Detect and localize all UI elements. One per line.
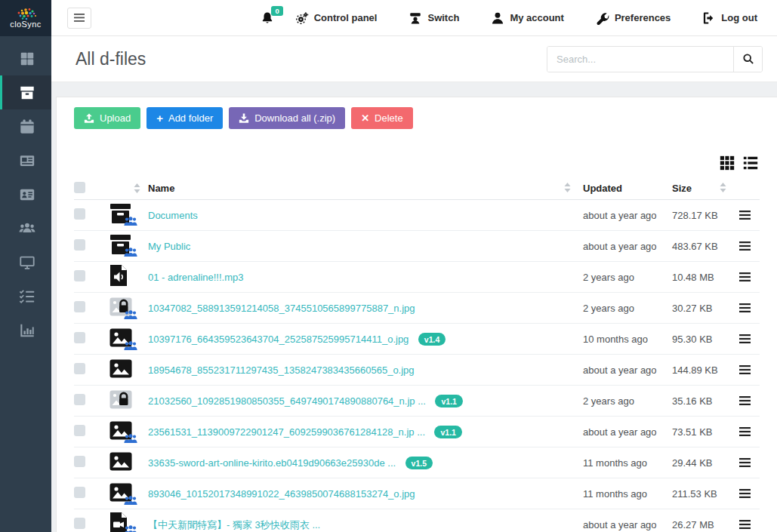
- file-name-link[interactable]: My Public: [148, 241, 190, 252]
- updated-cell: 10 months ago: [575, 334, 664, 345]
- search-button[interactable]: [733, 47, 762, 72]
- row-checkbox[interactable]: [74, 301, 85, 312]
- file-table-body: Documents about a year ago 728.17 KB My …: [74, 200, 760, 532]
- row-checkbox[interactable]: [74, 363, 85, 374]
- files-box-icon: [19, 85, 35, 101]
- files-panel: Upload + Add folder Download all (.zip) …: [56, 97, 777, 532]
- file-name-link[interactable]: 01 - adrenaline!!!.mp3: [148, 272, 243, 283]
- table-row: 【中天新聞特寫】- 獨家 3秒快收雨衣 ... about a year ago…: [74, 509, 760, 532]
- row-actions-menu[interactable]: [739, 365, 751, 374]
- sidebar-item-files[interactable]: [0, 75, 51, 109]
- file-name-link[interactable]: 33635-sword-art-online-kirito.eb0419d906…: [148, 457, 396, 469]
- delete-button[interactable]: ✕ Delete: [351, 107, 412, 129]
- size-cell: 35.16 KB: [664, 395, 729, 407]
- table-header: Name Updated Size: [74, 177, 760, 200]
- add-folder-label: Add folder: [168, 112, 213, 124]
- row-actions-menu[interactable]: [739, 489, 751, 498]
- file-toolbar: Upload + Add folder Download all (.zip) …: [57, 97, 777, 129]
- download-all-label: Download all (.zip): [254, 112, 335, 124]
- sidebar-item-tasks[interactable]: [0, 279, 51, 313]
- updated-cell: about a year ago: [575, 241, 664, 252]
- sidebar-item-news[interactable]: [0, 143, 51, 177]
- row-checkbox[interactable]: [74, 425, 85, 436]
- sort-size-control[interactable]: [720, 183, 729, 195]
- download-all-button[interactable]: Download all (.zip): [229, 107, 345, 129]
- row-actions-menu[interactable]: [739, 458, 751, 467]
- row-menu-icon: [739, 365, 751, 374]
- file-name-link[interactable]: 893046_10152017348991022_463985007468815…: [148, 488, 415, 500]
- my-account-button[interactable]: My account: [491, 11, 564, 25]
- sidebar-item-stats[interactable]: [0, 313, 51, 347]
- logout-label: Log out: [721, 12, 757, 23]
- app-logo[interactable]: cloSync: [0, 0, 51, 36]
- notifications-button[interactable]: 0: [261, 11, 274, 25]
- sidebar-item-contacts[interactable]: [0, 177, 51, 211]
- file-name-link[interactable]: 10347082_588913591214058_374551056589977…: [148, 303, 415, 314]
- page-title: All d-files: [76, 49, 146, 69]
- grid-view-button[interactable]: [719, 155, 735, 174]
- row-checkbox[interactable]: [74, 239, 85, 251]
- row-menu-icon: [739, 489, 751, 498]
- logo-dots-icon: [13, 8, 39, 20]
- row-actions-menu[interactable]: [739, 241, 751, 251]
- preferences-button[interactable]: Preferences: [596, 11, 671, 25]
- file-name-link[interactable]: 21032560_1092851980850355_64974901748908…: [148, 395, 426, 407]
- table-row: 23561531_1139009722901247_60925990367612…: [74, 417, 760, 447]
- sort-icon: [720, 183, 726, 192]
- sidebar-toggle-button[interactable]: [67, 8, 91, 29]
- table-row: 10397176_664359523643704_252587525995714…: [74, 324, 760, 355]
- updated-cell: 2 years ago: [575, 395, 664, 407]
- file-name-link[interactable]: 18954678_855231711297435_135824738343566…: [148, 364, 415, 376]
- search-box: [547, 46, 763, 72]
- table-row: My Public about a year ago 483.67 KB: [74, 231, 760, 262]
- logout-button[interactable]: Log out: [702, 11, 757, 25]
- row-actions-menu[interactable]: [739, 211, 751, 220]
- row-checkbox[interactable]: [74, 518, 85, 529]
- switch-button[interactable]: Switch: [409, 11, 459, 25]
- file-name-link[interactable]: 10397176_664359523643704_252587525995714…: [148, 334, 409, 345]
- control-panel-button[interactable]: Control panel: [295, 11, 378, 25]
- title-bar: All d-files: [51, 36, 777, 82]
- list-view-button[interactable]: [742, 155, 759, 174]
- add-folder-button[interactable]: + Add folder: [146, 107, 223, 129]
- sidebar-item-groups[interactable]: [0, 211, 51, 245]
- row-checkbox[interactable]: [74, 332, 85, 343]
- view-toggle: [719, 155, 759, 174]
- plus-icon: +: [156, 112, 163, 125]
- row-actions-menu[interactable]: [739, 303, 751, 312]
- updated-cell: 2 years ago: [575, 303, 664, 314]
- updated-column-header[interactable]: Updated: [575, 183, 664, 194]
- updated-cell: about a year ago: [575, 364, 664, 376]
- shared-image-icon: [109, 328, 134, 349]
- table-row: 21032560_1092851980850355_64974901748908…: [74, 386, 760, 417]
- row-actions-menu[interactable]: [739, 520, 751, 529]
- dashboard-icon: [19, 51, 35, 67]
- size-column-header[interactable]: Size: [672, 183, 692, 194]
- table-row: 01 - adrenaline!!!.mp3 2 years ago 10.48…: [74, 262, 760, 293]
- row-actions-menu[interactable]: [739, 272, 751, 281]
- row-checkbox[interactable]: [74, 487, 85, 498]
- search-input[interactable]: [547, 47, 733, 72]
- file-name-link[interactable]: Documents: [148, 210, 198, 221]
- file-name-link[interactable]: 【中天新聞特寫】- 獨家 3秒快收雨衣 ...: [148, 519, 320, 530]
- sort-icon-control[interactable]: [134, 183, 148, 193]
- sort-icon: [564, 183, 571, 192]
- row-checkbox[interactable]: [74, 394, 85, 405]
- row-actions-menu[interactable]: [739, 396, 751, 405]
- name-column-header[interactable]: Name: [148, 183, 174, 194]
- sort-name-control[interactable]: [564, 183, 571, 195]
- row-checkbox[interactable]: [74, 270, 85, 281]
- row-actions-menu[interactable]: [739, 427, 751, 436]
- sidebar-item-dashboard[interactable]: [0, 42, 51, 75]
- upload-button[interactable]: Upload: [74, 107, 140, 129]
- row-checkbox[interactable]: [74, 456, 85, 467]
- sidebar-item-devices[interactable]: [0, 245, 51, 279]
- updated-cell: about a year ago: [575, 210, 664, 221]
- select-all-checkbox[interactable]: [74, 182, 85, 193]
- wrench-icon: [596, 11, 609, 25]
- row-menu-icon: [739, 303, 751, 312]
- sidebar-item-calendar[interactable]: [0, 109, 51, 143]
- file-name-link[interactable]: 23561531_1139009722901247_60925990367612…: [148, 426, 425, 438]
- row-actions-menu[interactable]: [739, 334, 751, 343]
- row-checkbox[interactable]: [74, 208, 85, 220]
